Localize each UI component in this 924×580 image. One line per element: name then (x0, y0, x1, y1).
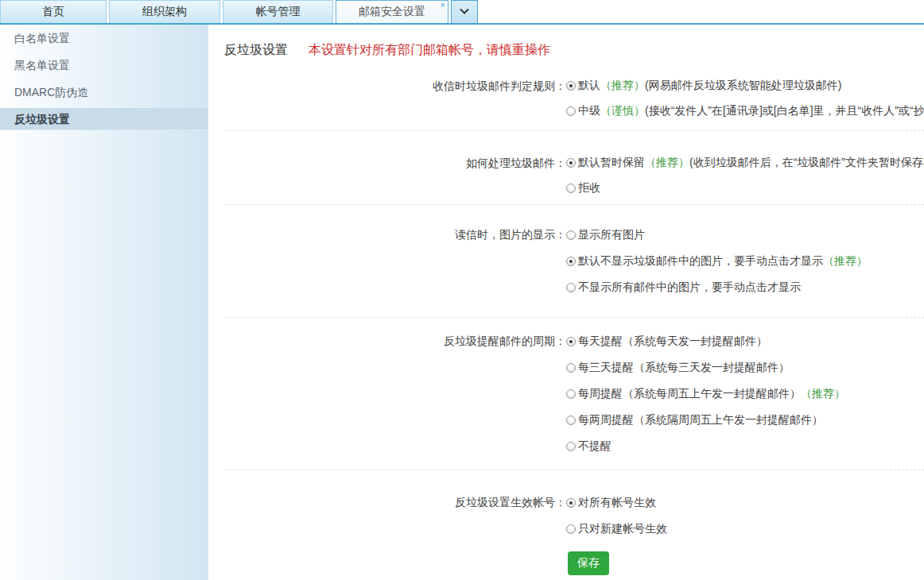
section-spam-judgement-rule: 收信时垃圾邮件判定规则： 默认 （推荐） (网易邮件反垃圾系统智能处理垃圾邮件)… (208, 73, 924, 124)
sidebar: 白名单设置 黑名单设置 DMARC防伪造 反垃圾设置 (0, 25, 208, 580)
radio-option[interactable]: 拒收 (566, 176, 924, 201)
sidebar-item-antispam[interactable]: 反垃圾设置 (0, 108, 208, 130)
tab-label: 组织架构 (142, 5, 187, 19)
section-divider (224, 204, 924, 205)
radio-button[interactable] (566, 283, 576, 292)
option-text: 中级 (578, 104, 600, 118)
option-text: 对所有帐号生效 (578, 489, 656, 516)
radio-option[interactable]: 不提醒 (566, 433, 924, 459)
tab-mail-security-settings[interactable]: 邮箱安全设置 × (336, 0, 448, 23)
option-text: 显示所有图片 (578, 222, 645, 248)
radio-button[interactable] (566, 442, 576, 451)
radio-option[interactable]: 每天提醒（系统每天发一封提醒邮件） (566, 328, 924, 354)
option-text: 拒收 (578, 181, 600, 195)
caution-tag: （谨慎） (600, 104, 645, 118)
radio-option[interactable]: 不显示所有邮件中的图片，要手动点击才显示 (566, 274, 924, 300)
option-text: 每周提醒（系统每周五上午发一封提醒邮件） (578, 381, 801, 407)
section-divider (224, 130, 924, 131)
option-text: 只对新建帐号生效 (578, 516, 667, 542)
sidebar-item-blacklist[interactable]: 黑名单设置 (0, 52, 208, 79)
section-label: 反垃圾设置生效帐号： (208, 489, 566, 516)
section-label: 如何处理垃圾邮件： (208, 150, 566, 176)
tab-home[interactable]: 首页 (0, 0, 107, 23)
recommend-tag: （推荐） (600, 79, 645, 93)
section-label: 读信时，图片的显示： (208, 222, 566, 248)
chevron-down-icon (460, 6, 468, 14)
radio-button[interactable] (566, 81, 576, 91)
page-header: 反垃圾设置 本设置针对所有部门邮箱帐号，请慎重操作 (208, 25, 924, 59)
save-button[interactable]: 保存 (568, 551, 609, 575)
option-note: (收到垃圾邮件后，在“垃圾邮件”文件夹暂时保存30天) (689, 156, 924, 170)
sidebar-item-label: 反垃圾设置 (14, 113, 70, 126)
save-row: 保存 (208, 551, 924, 575)
section-label: 收信时垃圾邮件判定规则： (208, 73, 566, 99)
radio-button[interactable] (566, 106, 576, 116)
sidebar-item-label: DMARC防伪造 (14, 86, 88, 99)
close-tab-icon[interactable]: × (441, 1, 445, 10)
option-text: 默认暂时保留 (578, 156, 645, 170)
section-label: 反垃圾提醒邮件的周期： (208, 328, 566, 354)
option-text: 默认 (578, 79, 600, 93)
tab-bar: 首页 组织架构 帐号管理 邮箱安全设置 × (0, 0, 924, 25)
section-effective-accounts: 反垃圾设置生效帐号： 对所有帐号生效 只对新建帐号生效 (208, 489, 924, 542)
radio-button[interactable] (566, 337, 576, 346)
sidebar-item-dmarc[interactable]: DMARC防伪造 (0, 79, 208, 106)
option-note: (网易邮件反垃圾系统智能处理垃圾邮件) (645, 79, 841, 93)
warning-text: 本设置针对所有部门邮箱帐号，请慎重操作 (309, 42, 550, 59)
option-text: 默认不显示垃圾邮件中的图片，要手动点击才显示 (578, 248, 823, 274)
radio-button[interactable] (566, 524, 576, 534)
option-text: 不显示所有邮件中的图片，要手动点击才显示 (578, 274, 801, 300)
radio-button[interactable] (566, 257, 576, 266)
tab-label: 首页 (42, 5, 64, 19)
section-reminder-cycle: 反垃圾提醒邮件的周期： 每天提醒（系统每天发一封提醒邮件） 每三天提醒（系统每三… (208, 328, 924, 459)
section-divider (224, 470, 924, 470)
sidebar-item-whitelist[interactable]: 白名单设置 (0, 25, 208, 52)
radio-button[interactable] (566, 184, 576, 193)
tab-label: 帐号管理 (256, 5, 301, 19)
radio-option[interactable]: 默认暂时保留 （推荐） (收到垃圾邮件后，在“垃圾邮件”文件夹暂时保存30天) (566, 150, 924, 176)
tab-label: 邮箱安全设置 (359, 5, 425, 19)
radio-option[interactable]: 中级 （谨慎） (接收“发件人”在[通讯录]或[白名单]里，并且“收件人”或“抄… (566, 99, 924, 124)
radio-button[interactable] (566, 389, 576, 399)
radio-option[interactable]: 对所有帐号生效 (566, 489, 924, 516)
section-image-display: 读信时，图片的显示： 显示所有图片 默认不显示垃圾邮件中的图片，要手动点击才显示… (208, 222, 924, 300)
radio-option[interactable]: 显示所有图片 (566, 222, 924, 248)
option-text: 每天提醒（系统每天发一封提醒邮件） (578, 328, 767, 354)
sidebar-item-label: 白名单设置 (14, 32, 70, 44)
sidebar-item-label: 黑名单设置 (14, 59, 70, 72)
radio-option[interactable]: 默认不显示垃圾邮件中的图片，要手动点击才显示 （推荐） (566, 248, 924, 274)
recommend-tag: （推荐） (645, 156, 689, 170)
section-spam-handling: 如何处理垃圾邮件： 默认暂时保留 （推荐） (收到垃圾邮件后，在“垃圾邮件”文件… (208, 150, 924, 201)
tab-account-management[interactable]: 帐号管理 (223, 0, 333, 23)
option-text: 每三天提醒（系统每三天发一封提醒邮件） (578, 354, 790, 381)
radio-button[interactable] (566, 363, 576, 373)
main-content: 反垃圾设置 本设置针对所有部门邮箱帐号，请慎重操作 收信时垃圾邮件判定规则： 默… (208, 25, 924, 580)
radio-button[interactable] (566, 158, 576, 168)
option-note: (接收“发件人”在[通讯录]或[白名单]里，并且“收件人”或“抄送人”包含您的邮… (645, 104, 924, 118)
page-title: 反垃圾设置 (224, 42, 288, 59)
radio-button[interactable] (566, 498, 576, 508)
radio-option[interactable]: 默认 （推荐） (网易邮件反垃圾系统智能处理垃圾邮件) (566, 73, 924, 99)
radio-option[interactable]: 只对新建帐号生效 (566, 516, 924, 542)
radio-button[interactable] (566, 230, 576, 240)
tab-list-dropdown-button[interactable] (451, 0, 478, 23)
radio-button[interactable] (566, 416, 576, 425)
recommend-tag: （推荐） (823, 248, 868, 274)
section-divider (224, 317, 924, 318)
option-text: 不提醒 (578, 433, 611, 459)
tab-organization[interactable]: 组织架构 (109, 0, 220, 23)
option-text: 每两周提醒（系统隔周周五上午发一封提醒邮件） (578, 407, 823, 433)
radio-option[interactable]: 每两周提醒（系统隔周周五上午发一封提醒邮件） (566, 407, 924, 433)
radio-option[interactable]: 每周提醒（系统每周五上午发一封提醒邮件） （推荐） (566, 381, 924, 407)
radio-option[interactable]: 每三天提醒（系统每三天发一封提醒邮件） (566, 354, 924, 381)
recommend-tag: （推荐） (801, 381, 845, 407)
